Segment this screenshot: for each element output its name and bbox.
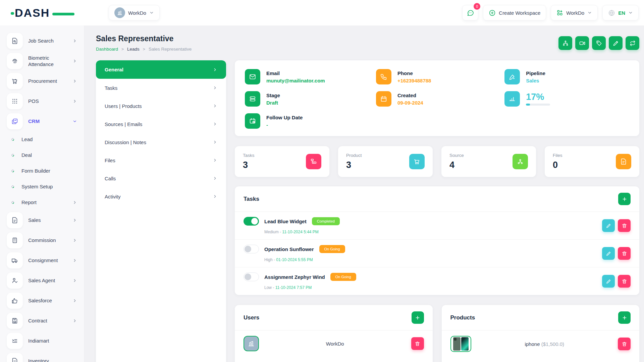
convert-arrows-icon — [629, 40, 636, 47]
products-card-title: Products — [450, 314, 475, 321]
edit-task-button[interactable] — [602, 247, 615, 260]
workspace-selector[interactable]: WorkDo — [109, 5, 160, 20]
task-date: 11-10-2024 5:44 PM — [282, 230, 319, 234]
delete-product-button[interactable] — [618, 338, 631, 350]
chevron-right-icon — [213, 140, 217, 144]
breadcrumb-leads-link[interactable]: Leads — [127, 47, 140, 52]
users-card: Users WorkDo — [235, 305, 433, 362]
delete-user-button[interactable] — [411, 337, 424, 350]
stage-server-icon — [245, 91, 260, 107]
email-value[interactable]: munuty@mailinator.com — [266, 78, 325, 83]
add-user-button[interactable] — [412, 311, 424, 324]
app-logo[interactable]: DASH — [15, 6, 65, 19]
workspace-menu[interactable]: WorkDo — [551, 5, 598, 20]
task-toggle[interactable] — [244, 273, 259, 281]
labels-button[interactable] — [592, 36, 606, 50]
add-task-button[interactable] — [618, 193, 631, 205]
tag-icon — [596, 40, 602, 47]
sidebar-item-biometric-attendance[interactable]: Biometric Attendance — [7, 51, 77, 71]
sidebar-item-deal[interactable]: Deal — [7, 147, 77, 163]
language-selector[interactable]: EN — [602, 5, 639, 20]
sidebar-item-commission[interactable]: Commission — [7, 230, 77, 250]
sidebar-item-pos[interactable]: POS — [7, 91, 77, 111]
inventory-file-icon — [7, 353, 23, 362]
task-toggle[interactable] — [244, 245, 259, 253]
workspace-menu-label: WorkDo — [566, 10, 584, 16]
edit-task-button[interactable] — [602, 275, 615, 288]
breadcrumb-dashboard-link[interactable]: Dashboard — [96, 47, 118, 52]
sitemap-button[interactable] — [558, 36, 572, 50]
delete-task-button[interactable] — [618, 219, 631, 232]
workspace-avatar-building-icon — [114, 7, 125, 18]
menu-item-general[interactable]: General — [96, 60, 226, 79]
task-toggle[interactable] — [244, 217, 259, 226]
trash-icon — [622, 251, 627, 256]
delete-task-button[interactable] — [618, 275, 631, 288]
sidebar-item-form-builder[interactable]: Form Builder — [7, 163, 77, 179]
task-status-badge: On Going — [330, 273, 356, 281]
stat-card-product: Product 3 — [338, 146, 433, 177]
sidebar-item-consignment[interactable]: Consignment — [7, 250, 77, 270]
email-icon — [245, 69, 260, 84]
add-product-button[interactable] — [618, 311, 631, 324]
sidebar-item-sales[interactable]: Sales — [7, 210, 77, 230]
chevron-right-icon — [72, 238, 77, 243]
info-follow-up-date: Follow Up Date - — [245, 113, 376, 129]
breadcrumb: Dashboard > Leads > Sales Representative — [96, 47, 192, 52]
info-email: Email munuty@mailinator.com — [245, 69, 376, 84]
task-date: 11-10-2024 7:57 PM — [275, 285, 312, 290]
plus-circle-icon — [489, 9, 496, 16]
delete-task-button[interactable] — [618, 247, 631, 260]
sidebar-item-contract[interactable]: Contract — [7, 311, 77, 331]
info-progress: 17% — [504, 91, 629, 107]
chevron-right-icon — [72, 258, 77, 263]
menu-item-activity[interactable]: Activity — [96, 187, 226, 205]
stat-card-source: Source 4 — [441, 146, 536, 177]
procurement-cart-icon — [7, 73, 23, 89]
video-call-button[interactable] — [575, 36, 589, 50]
create-workspace-label: Create Workspace — [499, 10, 540, 16]
sidebar-item-job-search[interactable]: Job Search — [7, 31, 77, 51]
edit-lead-button[interactable] — [609, 36, 623, 50]
logo-text: DASH — [15, 6, 50, 19]
sidebar-item-indiamart[interactable]: Indiamart — [7, 331, 77, 351]
crm-icon — [7, 113, 23, 129]
tasks-card: Tasks Lead Blue Widget Completed Medium — [235, 186, 639, 295]
sidebar-item-lead[interactable]: Lead — [7, 131, 77, 147]
task-row: Operation Sunflower On Going High - 01-1… — [235, 240, 639, 267]
task-priority: High - — [264, 257, 276, 262]
user-row: WorkDo — [235, 330, 433, 357]
products-card: Products iphone ($1,500.0) — [442, 305, 640, 362]
lead-progress-percent: 17% — [526, 93, 550, 102]
sidebar-item-inventory[interactable]: Inventory — [7, 351, 77, 362]
convert-lead-button[interactable] — [626, 36, 639, 50]
sidebar-item-crm[interactable]: CRM — [7, 111, 77, 131]
plus-icon — [622, 315, 627, 320]
create-workspace-button[interactable]: Create Workspace — [483, 5, 546, 20]
sidebar-item-sales-agent[interactable]: Sales Agent — [7, 270, 77, 291]
edit-task-button[interactable] — [602, 219, 615, 232]
chevron-right-icon — [72, 99, 77, 104]
messages-button[interactable]: 0 — [462, 5, 478, 20]
sidebar-item-procurement[interactable]: Procurement — [7, 71, 77, 91]
menu-item-discussion-notes[interactable]: Discussion | Notes — [96, 133, 226, 151]
sidebar-item-salesforce[interactable]: Salesforce — [7, 291, 77, 311]
menu-item-calls[interactable]: Calls — [96, 169, 226, 187]
fingerprint-icon — [7, 53, 23, 69]
sidebar-item-system-setup[interactable]: System Setup — [7, 179, 77, 194]
user-avatar-building-icon — [244, 336, 259, 351]
menu-item-tasks[interactable]: Tasks — [96, 79, 226, 97]
bullet-icon — [11, 169, 14, 173]
menu-item-users-products[interactable]: Users | Products — [96, 97, 226, 115]
sidebar-item-report[interactable]: Report — [7, 194, 77, 210]
chevron-right-icon — [72, 200, 77, 205]
phone-value[interactable]: +16239488788 — [397, 78, 431, 83]
menu-item-sources-emails[interactable]: Sources | Emails — [96, 115, 226, 133]
menu-item-files[interactable]: Files — [96, 151, 226, 169]
task-priority: Medium - — [264, 230, 282, 234]
chevron-down-icon — [628, 10, 633, 15]
stat-card-files: Files 0 — [545, 146, 639, 177]
task-status-badge: On Going — [319, 245, 345, 253]
pipeline-value: Sales — [526, 78, 545, 83]
thumbs-up-icon — [7, 293, 23, 309]
